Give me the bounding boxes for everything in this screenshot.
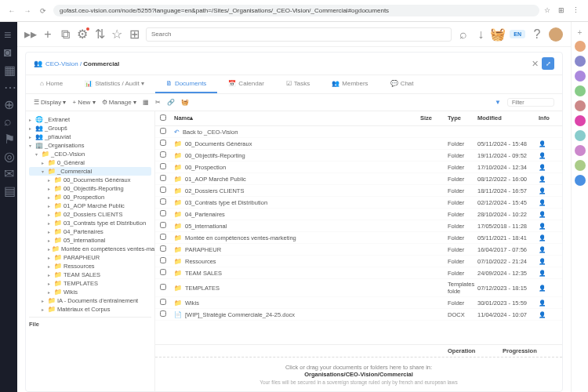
table-row[interactable]: 📄[WIP]_Stratégie Commerciale_24-25.docxD…	[155, 309, 562, 321]
row-checkbox[interactable]	[160, 128, 166, 134]
row-checkbox[interactable]	[160, 234, 166, 240]
select-all-checkbox[interactable]	[160, 114, 166, 121]
tool-grid-icon[interactable]: ▦	[143, 99, 149, 106]
plus-icon[interactable]: +	[42, 29, 53, 40]
tree-node[interactable]: ▾📁_Commercial	[29, 167, 151, 176]
row-checkbox[interactable]	[160, 245, 166, 252]
forward-icon[interactable]: →	[22, 5, 33, 16]
rail-dash-icon[interactable]: ◙	[4, 45, 13, 55]
skip-icon[interactable]: ▸▸	[25, 29, 36, 40]
tree-node[interactable]: ▸📁03_Contrats type et Distribution	[29, 219, 151, 227]
presence-avatar[interactable]	[575, 130, 586, 141]
star-icon[interactable]: ☆	[544, 6, 554, 16]
row-checkbox[interactable]	[160, 198, 166, 205]
rail-folder-icon[interactable]: ▦	[4, 63, 13, 72]
table-row[interactable]: 📁03_Contrats type et DistributionFolder0…	[155, 197, 562, 209]
address-bar[interactable]: gofast.ceo-vision.com/node/5255?language…	[53, 5, 539, 16]
row-checkbox[interactable]	[160, 151, 166, 158]
close-icon[interactable]: ✕	[532, 59, 539, 69]
tree-node[interactable]: ▾📁_CEO-Vision	[29, 150, 151, 158]
download-icon[interactable]: ↓	[475, 29, 486, 40]
presence-avatar[interactable]	[575, 160, 586, 171]
tab-calendar[interactable]: 📅 Calendar	[217, 75, 274, 93]
tree-node[interactable]: ▸🌐_Extranet	[29, 115, 151, 124]
tree-node[interactable]: ▸👥_Groupš	[29, 124, 151, 132]
table-row[interactable]: 📁RessourcesFolder07/10/2022 - 21:24👤	[155, 256, 562, 267]
tree-node[interactable]: ▸📁TEMPLATES	[29, 279, 151, 288]
tree-node[interactable]: ▸📁Montée en compétences ventes-marketing	[29, 245, 151, 253]
presence-avatar[interactable]	[575, 145, 586, 156]
help-icon[interactable]: ?	[532, 29, 543, 40]
tab-chat[interactable]: 💬 Chat	[379, 75, 425, 93]
table-row[interactable]: 📁WikisFolder30/01/2023 - 15:59👤	[155, 297, 562, 309]
row-checkbox[interactable]	[160, 310, 166, 317]
presence-avatar[interactable]	[575, 71, 586, 82]
tree-node[interactable]: ▸📁Ressources	[29, 262, 151, 270]
basket-icon[interactable]: 🧺	[492, 29, 503, 40]
lang-badge[interactable]: EN	[510, 30, 525, 38]
rail-globe-icon[interactable]: ⊕	[4, 97, 13, 107]
ext-icon[interactable]: ⊞	[558, 6, 568, 16]
table-row[interactable]: 📁00_Documents GénérauxFolder05/11/2024 -…	[155, 138, 562, 150]
manage-button[interactable]: ⚙ Manage ▾	[102, 99, 136, 106]
table-row[interactable]: 📁02_Dossiers CLIENTSFolder18/11/2024 - 1…	[155, 185, 562, 197]
rail-cal-icon[interactable]: ▤	[4, 183, 13, 193]
reload-icon[interactable]: ⟳	[38, 5, 49, 16]
table-row[interactable]: 📁Montée en compétences ventes-marketingF…	[155, 232, 562, 244]
table-row[interactable]: 📁01_AOP Marché PublicFolder08/12/2022 - …	[155, 173, 562, 185]
tree-node[interactable]: ▸📁01_AOP Marché Public	[29, 201, 151, 210]
table-row[interactable]: 📁TEMPLATESTemplates folde07/12/2023 - 18…	[155, 279, 562, 297]
tab-home[interactable]: ⌂ Home	[29, 75, 74, 93]
rail-ring-icon[interactable]: ◎	[4, 149, 13, 158]
dropzone[interactable]: Click or drag your documents or folders …	[155, 357, 562, 391]
presence-avatar[interactable]	[575, 175, 586, 186]
row-checkbox[interactable]	[160, 222, 166, 228]
tree-node[interactable]: ▸📁0_Général	[29, 158, 151, 167]
table-row[interactable]: 📁PARAPHEURFolder16/04/2017 - 07:56👤	[155, 244, 562, 256]
col-info[interactable]: Info	[539, 114, 557, 122]
avatar[interactable]	[549, 27, 563, 42]
menu-icon[interactable]: ⋮	[572, 6, 582, 16]
gear-icon[interactable]: ⚙	[77, 29, 88, 40]
tool-cut-icon[interactable]: ✂	[155, 99, 161, 106]
rail-search-icon[interactable]: ⌕	[4, 114, 13, 124]
row-checkbox[interactable]	[160, 284, 166, 290]
rail-home-icon[interactable]: ≡	[4, 28, 13, 38]
row-checkbox[interactable]	[160, 257, 166, 263]
presence-avatar[interactable]	[575, 56, 586, 67]
tree-node[interactable]: ▸📁00_Prospection	[29, 193, 151, 201]
tree-node[interactable]: ▸📁04_Partenaires	[29, 227, 151, 236]
tab-statistics-audit-[interactable]: 📊 Statistics / Audit ▾	[74, 75, 155, 93]
tool-basket-icon[interactable]: 🧺	[181, 99, 189, 106]
table-row[interactable]: 📁04_PartenairesFolder28/10/2024 - 10:22👤	[155, 209, 562, 220]
presence-avatar[interactable]	[575, 115, 586, 126]
ext2-icon[interactable]: ⊞	[129, 29, 140, 40]
tree-node[interactable]: ▸📁IA - Documents d'entraînement	[29, 296, 151, 305]
star2-icon[interactable]: ☆	[111, 29, 122, 40]
tab-members[interactable]: 👥 Members	[321, 75, 379, 93]
tree-node[interactable]: ▸📁02_Dossiers CLIENTS	[29, 210, 151, 219]
tab-documents[interactable]: 🗎 Documents	[155, 75, 217, 93]
rail-chat-icon[interactable]: ✉	[4, 166, 13, 176]
stack-icon[interactable]: ⧉	[60, 29, 71, 40]
table-row[interactable]: ↶Back to _CEO-Vision	[155, 126, 562, 138]
tree-node[interactable]: ▾🏢_Organisations	[29, 141, 151, 150]
row-checkbox[interactable]	[160, 269, 166, 275]
filter-icon[interactable]: ▼	[495, 99, 501, 106]
search-btn-icon[interactable]: ⌕	[458, 29, 469, 40]
row-checkbox[interactable]	[160, 163, 166, 169]
rail-flag-icon[interactable]: ⚑	[4, 132, 13, 141]
presence-avatar[interactable]	[575, 41, 586, 52]
col-size[interactable]: Size	[420, 114, 448, 122]
tree-node[interactable]: ▸📁Wikis	[29, 288, 151, 296]
table-row[interactable]: 📁05_internationalFolder17/05/2018 - 11:2…	[155, 220, 562, 232]
table-row[interactable]: 📁00_ProspectionFolder17/10/2024 - 12:34👤	[155, 162, 562, 173]
col-name[interactable]: Name▴	[174, 114, 420, 122]
tree-node[interactable]: ▸📁05_international	[29, 236, 151, 245]
back-icon[interactable]: ←	[6, 5, 17, 16]
table-row[interactable]: 📁TEAM SALESFolder24/09/2024 - 12:35👤	[155, 267, 562, 279]
tree-node[interactable]: ▸📁00_Objectifs-Reporting	[29, 184, 151, 193]
row-checkbox[interactable]	[160, 187, 166, 193]
rail-dots-icon[interactable]: ⋯	[4, 80, 13, 89]
col-modified[interactable]: Modified	[477, 114, 539, 122]
